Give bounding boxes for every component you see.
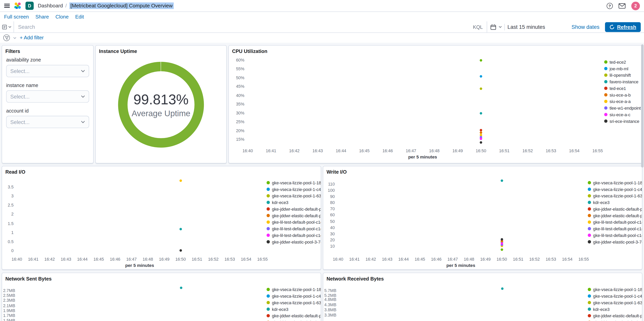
legend-item[interactable]: gke-lil-test-default-pool-c1e...: [588, 219, 642, 226]
legend-item[interactable]: gke-jddwr-elastic-default-po...: [588, 312, 642, 319]
legend-item[interactable]: ted-ece1: [604, 85, 642, 92]
share-link[interactable]: Share: [36, 14, 49, 20]
chevron-down-icon[interactable]: [13, 37, 16, 39]
legend-label: gke-jddwr-elastic-default-po...: [272, 320, 321, 321]
legend-item[interactable]: gke-jddwr-elastic-pool-3-74...: [588, 238, 642, 245]
y-axis-tick: 15%: [229, 137, 244, 142]
legend-item[interactable]: gke-jddwr-elastic-default-po...: [588, 319, 642, 321]
uptime-value: 99.813%: [134, 91, 188, 107]
legend-item[interactable]: siu-ece-a-b: [604, 92, 642, 98]
help-icon[interactable]: ?: [606, 3, 613, 9]
legend-item[interactable]: gke-jddwr-elastic-default-po...: [588, 206, 642, 212]
legend-item[interactable]: gke-vseca-lizzie-pool-1-1877...: [588, 180, 642, 186]
y-axis-tick: 35%: [229, 102, 244, 106]
add-filter-button[interactable]: + Add filter: [20, 35, 44, 41]
plot-area: 3.3MB3.8MB4.3MB4.8MB5.2MB5.7MB16:4016:41…: [323, 284, 588, 321]
menu-icon[interactable]: [4, 4, 10, 8]
x-axis-tick: 16:47: [123, 257, 140, 262]
legend-item[interactable]: gke-lil-test-default-pool-c1e...: [266, 219, 321, 226]
legend-item[interactable]: ted-ece2: [604, 59, 642, 66]
legend-item[interactable]: joe-mb-ml: [604, 65, 642, 72]
breadcrumb: Dashboard / [Metricbeat Googlecloud] Com…: [38, 2, 174, 9]
legend-item[interactable]: gke-jddwr-elastic-default-po...: [266, 206, 321, 212]
mail-icon[interactable]: [618, 3, 626, 8]
legend-item[interactable]: kdr-ece3: [266, 199, 321, 206]
legend-item[interactable]: gke-vseca-lizzie-pool-1-c417...: [266, 186, 321, 192]
legend-item[interactable]: siu-ece-a-a: [604, 98, 642, 105]
legend-item[interactable]: kdr-ece3: [588, 306, 642, 312]
legend-item[interactable]: gke-jddwr-elastic-pool-3-74...: [266, 238, 321, 245]
legend-item[interactable]: gke-vseca-lizzie-pool-1-1877...: [266, 180, 321, 186]
legend-item[interactable]: gke-vseca-lizzie-pool-1-c417...: [588, 186, 642, 192]
legend-label: gke-jddwr-elastic-pool-3-74...: [593, 240, 642, 244]
scrollbar-thumb[interactable]: [641, 44, 644, 168]
legend-dot-icon: [266, 301, 270, 304]
y-axis-tick: 10: [323, 244, 335, 248]
avatar[interactable]: 2: [631, 1, 640, 10]
kql-toggle[interactable]: KQL: [469, 24, 487, 30]
legend-dot-icon: [604, 93, 608, 96]
instance-name-select[interactable]: Select...: [6, 90, 89, 102]
legend-item[interactable]: gke-vseca-lizzie-pool-1-630...: [266, 192, 321, 199]
time-range-value[interactable]: Last 15 minutes: [508, 24, 569, 30]
legend-item[interactable]: gke-lil-test-default-pool-c1e...: [266, 232, 321, 239]
legend-item[interactable]: tlee-w1-endpoint: [604, 105, 642, 111]
legend-dot-icon: [604, 106, 608, 110]
y-axis-tick: 45%: [229, 84, 244, 89]
availability-zone-select[interactable]: Select...: [6, 65, 89, 77]
chevron-down-icon[interactable]: [499, 26, 502, 28]
x-axis-tick: 16:46: [428, 257, 444, 262]
legend-item[interactable]: gke-lil-test-default-pool-c1e...: [588, 232, 642, 239]
refresh-button[interactable]: Refresh: [605, 22, 641, 32]
y-axis-tick: 50: [323, 219, 335, 224]
x-axis-title: per 5 minutes: [115, 263, 164, 268]
chart-legend: gke-vseca-lizzie-pool-1-1877...gke-vseca…: [266, 284, 321, 321]
show-dates-link[interactable]: Show dates: [572, 24, 600, 30]
legend-item[interactable]: gke-jddwr-elastic-default-po...: [266, 312, 321, 319]
legend-item[interactable]: gke-vseca-lizzie-pool-1-630...: [266, 300, 321, 306]
account-id-select[interactable]: Select...: [6, 116, 89, 128]
legend-item[interactable]: sri-ece-instance: [604, 118, 642, 124]
legend-label: gke-vseca-lizzie-pool-1-630...: [272, 193, 321, 198]
legend-item[interactable]: gke-lil-test-default-pool-c1e...: [588, 226, 642, 232]
saved-query-menu-button[interactable]: [0, 22, 14, 32]
legend-label: gke-lil-test-default-pool-c1e...: [272, 220, 321, 224]
elastic-logo-icon[interactable]: [14, 2, 22, 10]
search-input[interactable]: [14, 24, 469, 30]
legend-dot-icon: [588, 234, 591, 237]
legend-item[interactable]: kdr-ece3: [588, 199, 642, 206]
legend-item[interactable]: lil-openshift: [604, 72, 642, 78]
x-axis-tick: 16:55: [576, 257, 592, 262]
y-axis-tick: 3.8MB: [323, 308, 336, 312]
legend-dot-icon: [266, 188, 270, 191]
legend-label: kdr-ece3: [272, 200, 288, 205]
y-axis-tick: 100: [323, 188, 335, 192]
legend-item[interactable]: gke-vseca-lizzie-pool-1-1877...: [266, 286, 321, 293]
legend-item[interactable]: gke-lil-test-default-pool-c1e...: [266, 226, 321, 232]
legend-item[interactable]: gke-vseca-lizzie-pool-1-c417...: [266, 293, 321, 300]
panel-title: Network Sent Bytes: [2, 273, 321, 284]
edit-link[interactable]: Edit: [75, 14, 84, 20]
legend-item[interactable]: gke-vseca-lizzie-pool-1-1877...: [588, 286, 642, 293]
space-badge[interactable]: D: [26, 2, 34, 10]
legend-item[interactable]: siu-ece-a-c: [604, 111, 642, 118]
data-point: [480, 112, 482, 114]
legend-item[interactable]: gke-vseca-lizzie-pool-1-c417...: [588, 293, 642, 300]
y-axis-tick: 4.8MB: [323, 298, 336, 302]
legend-label: siu-ece-a-a: [610, 99, 630, 104]
legend-item[interactable]: gke-jddwr-elastic-default-po...: [588, 212, 642, 219]
legend-dot-icon: [588, 214, 591, 217]
legend-item[interactable]: gke-vseca-lizzie-pool-1-630...: [588, 300, 642, 306]
uptime-label: Average Uptime: [132, 108, 190, 118]
clone-link[interactable]: Clone: [56, 14, 69, 20]
calendar-icon[interactable]: [490, 24, 496, 30]
legend-item[interactable]: gke-vseca-lizzie-pool-1-630...: [588, 192, 642, 199]
filter-options-icon[interactable]: [3, 34, 10, 41]
legend-item[interactable]: gke-jddwr-elastic-default-po...: [266, 319, 321, 321]
breadcrumb-dashboard[interactable]: Dashboard: [38, 3, 63, 9]
legend-label: ted-ece1: [610, 86, 626, 91]
full-screen-link[interactable]: Full screen: [4, 14, 29, 20]
legend-item[interactable]: favero-instance: [604, 78, 642, 85]
legend-item[interactable]: kdr-ece3: [266, 306, 321, 312]
legend-item[interactable]: gke-jddwr-elastic-default-po...: [266, 212, 321, 219]
